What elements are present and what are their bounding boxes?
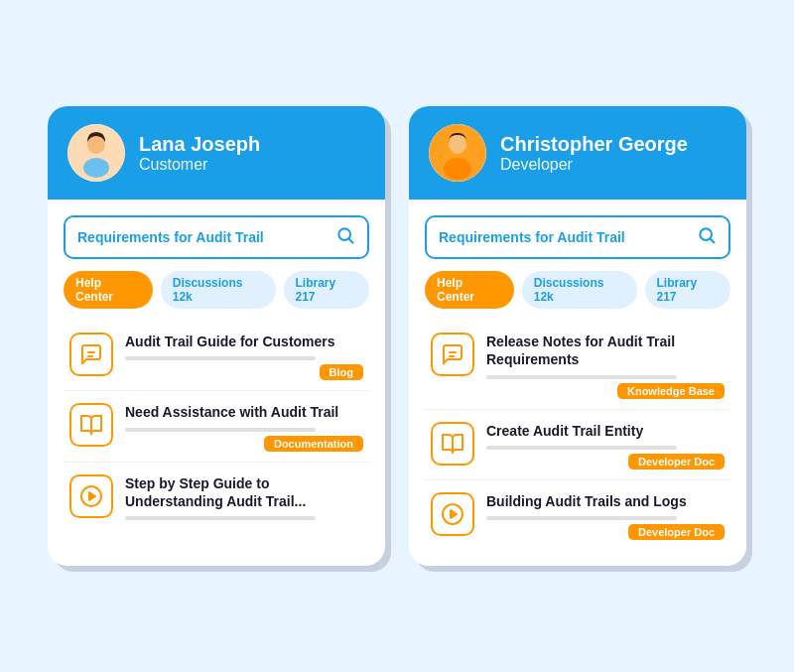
svg-point-11	[444, 158, 471, 180]
result-title: Create Audit Trail Entity	[486, 422, 725, 440]
result-title: Need Assistance with Audit Trail	[125, 403, 363, 421]
tabs: Help CenterDiscussions 12kLibrary 217	[64, 271, 369, 309]
avatar	[429, 124, 486, 182]
tab-0[interactable]: Help Center	[64, 271, 153, 309]
result-tag: Documentation	[264, 436, 363, 452]
chat-icon	[69, 333, 113, 376]
list-item[interactable]: Step by Step Guide to Understanding Audi…	[64, 465, 369, 530]
book-icon	[431, 422, 474, 466]
tab-2[interactable]: Library 217	[284, 271, 370, 309]
svg-line-13	[711, 239, 715, 243]
user-role: Customer	[139, 156, 260, 174]
result-meta: Documentation	[125, 428, 363, 452]
developer-card-body: Requirements for Audit TrailHelp CenterD…	[409, 200, 746, 566]
tab-1[interactable]: Discussions 12k	[161, 271, 276, 309]
tabs: Help CenterDiscussions 12kLibrary 217	[425, 271, 730, 309]
svg-point-2	[83, 158, 109, 178]
user-name: Lana Joseph	[139, 132, 260, 156]
result-tag: Blog	[320, 364, 363, 380]
play-icon	[69, 474, 113, 518]
result-content: Release Notes for Audit Trail Requiremen…	[486, 333, 725, 398]
search-icon[interactable]	[335, 225, 355, 249]
result-meta: Developer Doc	[486, 516, 725, 540]
customer-card: Lana JosephCustomerRequirements for Audi…	[48, 106, 385, 566]
list-item[interactable]: Release Notes for Audit Trail Requiremen…	[425, 323, 730, 409]
user-name: Christopher George	[500, 132, 688, 156]
result-tag: Developer Doc	[628, 454, 725, 470]
user-role: Developer	[500, 156, 688, 174]
result-bar	[486, 446, 677, 450]
play-icon	[431, 492, 474, 536]
result-bar	[125, 428, 316, 432]
result-bar	[486, 375, 677, 379]
list-item[interactable]: Audit Trail Guide for CustomersBlog	[64, 323, 369, 391]
developer-card: Christopher GeorgeDeveloperRequirements …	[409, 106, 746, 566]
result-meta	[125, 516, 363, 520]
svg-point-10	[449, 134, 466, 154]
result-bar	[125, 516, 316, 520]
result-bar	[125, 356, 316, 360]
search-query: Requirements for Audit Trail	[439, 229, 697, 245]
results-list: Release Notes for Audit Trail Requiremen…	[425, 323, 730, 550]
list-item[interactable]: Building Audit Trails and LogsDeveloper …	[425, 482, 730, 550]
search-bar[interactable]: Requirements for Audit Trail	[64, 215, 369, 259]
result-title: Step by Step Guide to Understanding Audi…	[125, 474, 363, 510]
cards-container: Lana JosephCustomerRequirements for Audi…	[18, 67, 776, 605]
result-content: Step by Step Guide to Understanding Audi…	[125, 474, 363, 520]
result-meta: Blog	[125, 356, 363, 380]
result-title: Audit Trail Guide for Customers	[125, 333, 363, 350]
list-item[interactable]: Create Audit Trail EntityDeveloper Doc	[425, 412, 730, 480]
results-list: Audit Trail Guide for CustomersBlogNeed …	[64, 323, 369, 530]
customer-card-header: Lana JosephCustomer	[48, 106, 385, 200]
result-content: Audit Trail Guide for CustomersBlog	[125, 333, 363, 380]
result-content: Building Audit Trails and LogsDeveloper …	[486, 492, 725, 540]
result-bar	[486, 516, 677, 520]
result-tag: Developer Doc	[628, 524, 725, 540]
result-content: Need Assistance with Audit TrailDocument…	[125, 403, 363, 451]
result-meta: Knowledge Base	[486, 375, 725, 399]
tab-2[interactable]: Library 217	[645, 271, 731, 309]
result-content: Create Audit Trail EntityDeveloper Doc	[486, 422, 725, 470]
result-title: Building Audit Trails and Logs	[486, 492, 725, 510]
list-item[interactable]: Need Assistance with Audit TrailDocument…	[64, 393, 369, 462]
search-icon[interactable]	[697, 225, 717, 249]
result-tag: Knowledge Base	[617, 383, 725, 399]
tab-0[interactable]: Help Center	[425, 271, 514, 309]
developer-card-header: Christopher GeorgeDeveloper	[409, 106, 746, 200]
result-title: Release Notes for Audit Trail Requiremen…	[486, 333, 725, 368]
customer-card-body: Requirements for Audit TrailHelp CenterD…	[48, 200, 385, 546]
user-info: Christopher GeorgeDeveloper	[500, 132, 688, 174]
svg-marker-8	[89, 492, 95, 500]
search-query: Requirements for Audit Trail	[77, 229, 335, 245]
result-meta: Developer Doc	[486, 446, 725, 470]
search-bar[interactable]: Requirements for Audit Trail	[425, 215, 730, 259]
tab-1[interactable]: Discussions 12k	[522, 271, 637, 309]
chat-icon	[431, 333, 474, 376]
book-icon	[69, 403, 113, 447]
svg-line-4	[349, 239, 353, 243]
user-info: Lana JosephCustomer	[139, 132, 260, 174]
avatar	[67, 124, 125, 182]
svg-marker-17	[451, 510, 457, 518]
